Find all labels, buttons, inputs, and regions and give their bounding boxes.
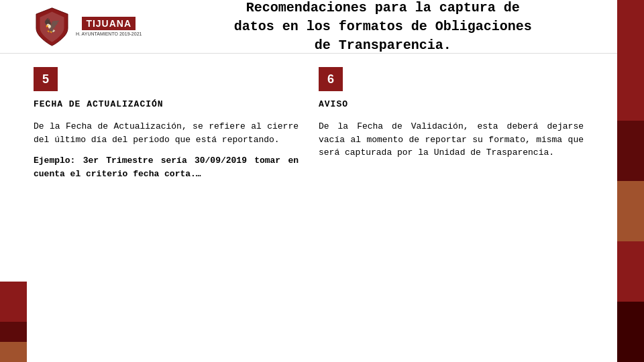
section-5-column: 5 FECHA DE ACTUALIZACIÓN De la Fecha de …: [34, 67, 299, 188]
title-line2: datos en los formatos de Obligaciones: [234, 19, 532, 34]
logo-tijuana-text: TIJUANA: [82, 17, 136, 30]
deco-bar-5: [617, 302, 644, 362]
deco-bar-3: [617, 181, 644, 241]
section-5-paragraph1: De la Fecha de Actualización, se refiere…: [34, 120, 299, 146]
deco-bar-2: [617, 121, 644, 181]
title-line3: de Transparencia.: [315, 38, 451, 53]
section-5-body: De la Fecha de Actualización, se refiere…: [34, 120, 299, 180]
deco-bar-left-3: [0, 342, 27, 362]
title-line1: Recomendaciones para la captura de: [246, 0, 520, 15]
logo-text-block: TIJUANA H. AYUNTAMIENTO 2019-2021: [76, 17, 142, 36]
logo-area: 🦅 TIJUANA H. AYUNTAMIENTO 2019-2021: [34, 7, 142, 47]
section-6-body: De la Fecha de Validación, esta deberá d…: [319, 120, 584, 160]
section-5-label: FECHA DE ACTUALIZACIÓN: [34, 99, 299, 109]
deco-bars-right: [617, 0, 644, 362]
deco-bar-left-2: [0, 322, 27, 342]
section-6-label: AVISO: [319, 99, 584, 109]
main-content: 5 FECHA DE ACTUALIZACIÓN De la Fecha de …: [0, 54, 617, 202]
svg-text:🦅: 🦅: [44, 17, 61, 34]
logo-subtitle-text: H. AYUNTAMIENTO 2019-2021: [76, 32, 142, 36]
header-title: Recomendaciones para la captura de datos…: [155, 0, 610, 55]
section-6-paragraph1: De la Fecha de Validación, esta deberá d…: [319, 120, 584, 160]
deco-bars-left: [0, 282, 27, 362]
deco-bar-4: [617, 241, 644, 302]
deco-bar-1: [617, 0, 644, 121]
header: 🦅 TIJUANA H. AYUNTAMIENTO 2019-2021 Reco…: [0, 0, 644, 54]
section-6-column: 6 AVISO De la Fecha de Validación, esta …: [319, 67, 584, 188]
shield-icon: 🦅: [34, 7, 70, 47]
section-5-number: 5: [34, 67, 58, 91]
section-6-number: 6: [319, 67, 343, 91]
section-5-example: Ejemplo: 3er Trimestre sería 30/09/2019 …: [34, 154, 299, 180]
deco-bar-left-1: [0, 282, 27, 322]
